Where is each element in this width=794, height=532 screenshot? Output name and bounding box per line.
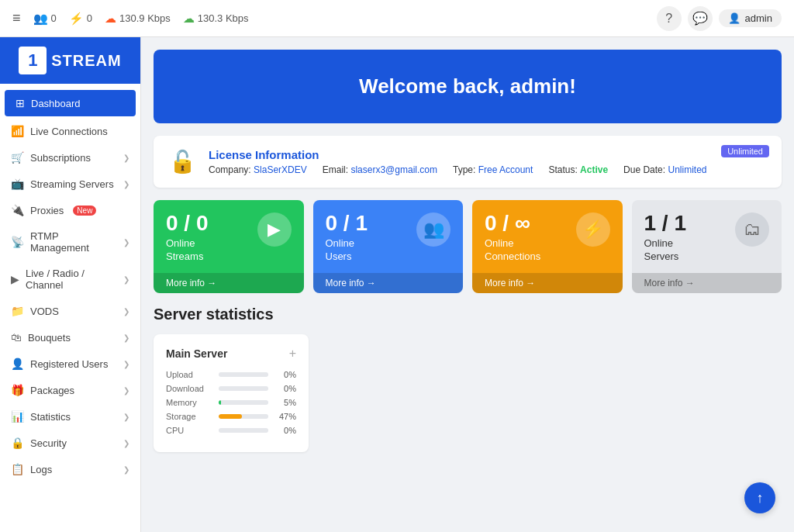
bouquets-icon: 🛍 xyxy=(11,331,22,344)
sidebar-item-live-connections[interactable]: 📶 Live Connections xyxy=(0,118,140,144)
sidebar-item-proxies[interactable]: 🔌 Proxies New xyxy=(0,197,140,223)
due-date-value: Unlimited xyxy=(668,164,706,175)
stat-card-top: 0 / 1 OnlineUsers 👥 xyxy=(326,212,451,264)
main-server-card: Main Server + Upload 0% Download 0% xyxy=(154,334,309,452)
stat-card-online-servers: 1 / 1 OnlineServers 🗂 More info → xyxy=(632,200,782,293)
due-date-label: Due Date: Unlimited xyxy=(623,164,706,175)
sidebar-item-vods[interactable]: 📁 VODS ❯ xyxy=(0,298,140,324)
stat-card-online-connections: 0 / ∞ OnlineConnections ⚡ More info → xyxy=(472,200,623,293)
stat-number: 1 / 1 xyxy=(644,212,686,234)
sidebar: 1 STREAM ⊞ Dashboard 📶 Live Connections … xyxy=(0,37,141,532)
sidebar-item-bouquets[interactable]: 🛍 Bouquets ❯ xyxy=(0,324,140,351)
sidebar-item-logs[interactable]: 📋 Logs ❯ xyxy=(0,456,140,482)
stat-card-top: 1 / 1 OnlineServers 🗂 xyxy=(644,212,770,264)
sidebar-item-label: RTMP Management xyxy=(30,230,117,254)
topbar-right: ? 💬 👤 admin xyxy=(657,6,782,31)
server-card-title: Main Server xyxy=(166,347,227,360)
server-stats-section: Server statistics Main Server + Upload 0… xyxy=(154,306,782,452)
help-button[interactable]: ? xyxy=(657,6,682,31)
license-badge: Unlimited xyxy=(721,145,769,157)
sidebar-item-rtmp-management[interactable]: 📡 RTMP Management ❯ xyxy=(0,223,140,261)
stat-info: 0 / 0 OnlineStreams xyxy=(166,212,208,264)
status-label: Status: Active xyxy=(548,164,608,175)
scroll-top-button[interactable]: ↑ xyxy=(744,482,775,513)
cpu-row: CPU 0% xyxy=(166,426,296,435)
memory-bar-wrap xyxy=(219,400,268,405)
storage-bar xyxy=(219,414,242,419)
play-icon: ▶ xyxy=(257,212,292,247)
storage-row: Storage 47% xyxy=(166,412,296,421)
chat-button[interactable]: 💬 xyxy=(688,6,713,31)
admin-icon: 👤 xyxy=(728,12,740,24)
sidebar-item-label: Registered Users xyxy=(30,358,108,370)
stat-label: OnlineStreams xyxy=(166,237,208,264)
sidebar-item-subscriptions[interactable]: 🛒 Subscriptions ❯ xyxy=(0,144,140,171)
logs-icon: 📋 xyxy=(11,463,24,475)
sidebar-item-label: Bouquets xyxy=(28,332,71,344)
registered-users-icon: 👤 xyxy=(11,358,24,370)
license-card: 🔓 License Information Company: SlaSerXDE… xyxy=(154,136,782,188)
welcome-banner: Welcome back, admin! xyxy=(154,50,782,123)
rtmp-icon: 📡 xyxy=(11,236,24,248)
sidebar-item-dashboard[interactable]: ⊞ Dashboard xyxy=(5,90,136,116)
streaming-servers-icon: 📺 xyxy=(11,178,24,190)
stat-info: 0 / ∞ OnlineConnections xyxy=(485,212,540,264)
chevron-icon: ❯ xyxy=(123,154,129,162)
type-value: Free Account xyxy=(478,164,533,175)
layout: 1 STREAM ⊞ Dashboard 📶 Live Connections … xyxy=(0,37,794,532)
packages-icon: 🎁 xyxy=(11,384,24,396)
live-connections-icon: 📶 xyxy=(11,125,24,137)
cpu-val: 0% xyxy=(274,426,296,435)
sidebar-item-streaming-servers[interactable]: 📺 Streaming Servers ❯ xyxy=(0,171,140,197)
stat-bolt: ⚡ 0 xyxy=(69,12,92,26)
upload-bar-wrap xyxy=(219,372,268,377)
stat-card-top: 0 / 0 OnlineStreams ▶ xyxy=(166,212,292,264)
stats-grid: 0 / 0 OnlineStreams ▶ More info → 0 / 1 … xyxy=(154,200,782,293)
license-info: License Information Company: SlaSerXDEV … xyxy=(209,148,706,175)
users-icon: 👥 xyxy=(416,212,451,247)
hamburger-menu[interactable]: ≡ xyxy=(12,10,21,26)
download-val: 0% xyxy=(274,384,296,393)
logo-number: 1 xyxy=(19,47,47,74)
subscriptions-icon: 🛒 xyxy=(11,151,24,164)
sidebar-item-label: Live / Radio / Channel xyxy=(26,268,117,291)
sidebar-item-security[interactable]: 🔒 Security ❯ xyxy=(0,430,140,456)
admin-button[interactable]: 👤 admin xyxy=(719,9,782,27)
servers-icon: 🗂 xyxy=(735,212,769,247)
sidebar-item-label: Subscriptions xyxy=(30,152,91,164)
chevron-icon: ❯ xyxy=(123,307,129,316)
topbar-left: ≡ 👥 0 ⚡ 0 ☁ 130.9 Kbps ☁ 130.3 Kbps xyxy=(12,10,644,26)
download-row: Download 0% xyxy=(166,384,296,393)
more-info-servers[interactable]: More info → xyxy=(632,273,782,293)
bolt-icon: ⚡ xyxy=(576,212,610,247)
sidebar-item-label: Proxies xyxy=(30,205,64,216)
status-value: Active xyxy=(580,164,608,175)
vods-icon: 📁 xyxy=(11,305,24,317)
upload-speed: 130.9 Kbps xyxy=(119,12,171,24)
license-details: Company: SlaSerXDEV Email: slaserx3@gmai… xyxy=(209,164,706,175)
more-info-streams[interactable]: More info → xyxy=(154,273,304,293)
chevron-icon: ❯ xyxy=(123,180,129,188)
memory-label: Memory xyxy=(166,398,212,407)
more-info-connections[interactable]: More info → xyxy=(472,273,623,293)
sidebar-item-registered-users[interactable]: 👤 Registered Users ❯ xyxy=(0,351,140,377)
cpu-bar-wrap xyxy=(219,428,268,433)
lock-icon: 🔓 xyxy=(169,149,196,174)
more-info-users[interactable]: More info → xyxy=(313,273,464,293)
admin-label: admin xyxy=(745,12,772,24)
sidebar-item-statistics[interactable]: 📊 Statistics ❯ xyxy=(0,403,140,430)
stat-number: 0 / ∞ xyxy=(485,212,540,234)
company-label: Company: SlaSerXDEV xyxy=(209,164,307,175)
add-server-button[interactable]: + xyxy=(289,347,296,361)
chevron-icon: ❯ xyxy=(123,333,129,342)
sidebar-item-live-radio-channel[interactable]: ▶ Live / Radio / Channel ❯ xyxy=(0,261,140,298)
chevron-icon: ❯ xyxy=(123,386,129,395)
sidebar-item-label: Security xyxy=(30,437,67,449)
sidebar-item-label: VODS xyxy=(30,306,59,317)
live-radio-icon: ▶ xyxy=(11,273,19,285)
sidebar-item-packages[interactable]: 🎁 Packages ❯ xyxy=(0,377,140,403)
email-label: Email: slaserx3@gmail.com xyxy=(323,164,437,175)
chevron-icon: ❯ xyxy=(123,275,129,284)
stat-label: OnlineUsers xyxy=(326,237,368,264)
server-card-header: Main Server + xyxy=(166,347,296,361)
